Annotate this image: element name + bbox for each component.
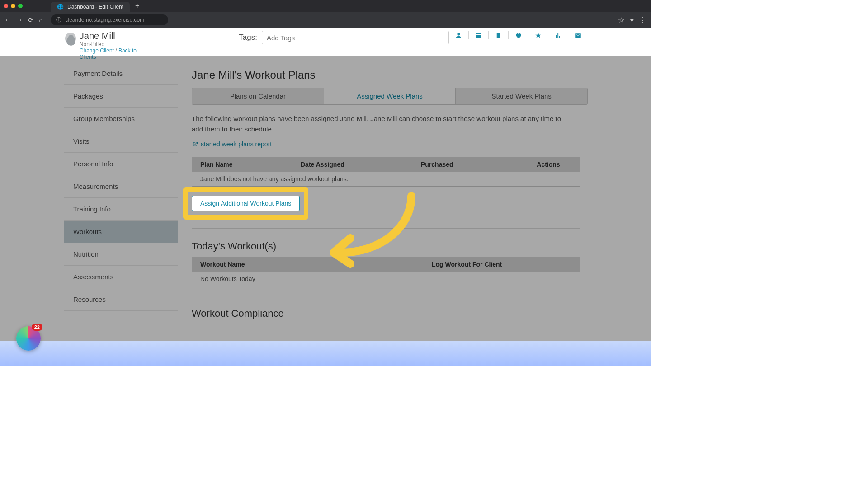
sidebar-item-assessments[interactable]: Assessments — [64, 266, 178, 288]
assign-additional-workout-plans-button[interactable]: Assign Additional Workout Plans — [192, 196, 300, 211]
new-tab-button[interactable]: + — [135, 2, 139, 10]
minimize-dot[interactable] — [11, 4, 15, 8]
file-icon[interactable] — [488, 31, 508, 39]
site-info-icon: ⓘ — [56, 16, 61, 24]
col-date-assigned: Date Assigned — [292, 157, 413, 172]
sidebar-item-visits[interactable]: Visits — [64, 130, 178, 153]
client-header: Jane Mill Non-Billed Change Client / Bac… — [0, 28, 651, 62]
close-dot[interactable] — [4, 4, 8, 8]
browser-toolbar: ← → ⟳ ⌂ ⓘ cleandemo.staging.exercise.com… — [0, 12, 651, 28]
avatar — [65, 33, 76, 44]
change-client-link[interactable]: Change Client — [80, 47, 114, 54]
assign-highlight: Assign Additional Workout Plans — [192, 196, 300, 211]
started-week-plans-report-link[interactable]: started week plans report — [192, 141, 272, 148]
forward-icon[interactable]: → — [16, 16, 23, 23]
page-content: Jane Mill Non-Billed Change Client / Bac… — [0, 28, 651, 366]
today-workouts-table: Workout Name Log Workout For Client No W… — [192, 257, 580, 286]
link-separator: / — [115, 47, 118, 54]
sidebar-item-payment-details[interactable]: Payment Details — [64, 62, 178, 85]
assigned-plans-table: Plan Name Date Assigned Purchased Action… — [192, 157, 580, 187]
sidebar-item-packages[interactable]: Packages — [64, 85, 178, 108]
col-actions: Actions — [517, 157, 580, 172]
kebab-icon[interactable]: ⋮ — [639, 16, 646, 24]
bottom-gradient — [0, 341, 651, 366]
browser-tab[interactable]: 🌐 Dashboard - Edit Client — [51, 2, 130, 12]
sidebar-item-training-info[interactable]: Training Info — [64, 198, 178, 221]
today-workouts-heading: Today's Workout(s) — [192, 240, 588, 252]
section-divider — [192, 228, 580, 229]
globe-icon: 🌐 — [57, 4, 64, 10]
tags-label: Tags: — [239, 33, 257, 42]
tab-assigned-week-plans[interactable]: Assigned Week Plans — [324, 88, 456, 104]
url-text: cleandemo.staging.exercise.com — [65, 17, 144, 23]
report-link-text: started week plans report — [201, 141, 272, 148]
notification-count: 22 — [32, 324, 42, 331]
heart-icon[interactable] — [508, 31, 528, 39]
chart-icon[interactable] — [548, 31, 568, 39]
sidebar: Payment Details Packages Group Membershi… — [64, 62, 178, 324]
plans-empty-text: Jane Mill does not have any assigned wor… — [192, 172, 580, 186]
browser-tab-bar: 🌐 Dashboard - Edit Client + — [0, 0, 651, 12]
compliance-heading: Workout Compliance — [192, 308, 588, 319]
sidebar-item-personal-info[interactable]: Personal Info — [64, 153, 178, 175]
header-icon-bar — [449, 31, 588, 39]
user-icon[interactable] — [449, 31, 468, 39]
sidebar-item-nutrition[interactable]: Nutrition — [64, 243, 178, 266]
tab-description: The following workout plans have been as… — [192, 114, 571, 134]
external-link-icon — [192, 141, 198, 148]
sidebar-item-resources[interactable]: Resources — [64, 288, 178, 311]
main-panel: Jane Mill's Workout Plans Plans on Calen… — [178, 62, 651, 324]
window-controls[interactable] — [4, 4, 23, 8]
sidebar-item-group-memberships[interactable]: Group Memberships — [64, 108, 178, 130]
tab-started-week-plans[interactable]: Started Week Plans — [456, 88, 587, 104]
client-name: Jane Mill — [80, 31, 149, 41]
extensions-icon[interactable]: ✦ — [629, 16, 635, 24]
sidebar-item-workouts[interactable]: Workouts — [64, 221, 178, 243]
page-title: Jane Mill's Workout Plans — [192, 69, 588, 81]
tab-title: Dashboard - Edit Client — [67, 4, 123, 10]
reload-icon[interactable]: ⟳ — [28, 16, 33, 23]
bookmark-icon[interactable]: ☆ — [618, 16, 624, 24]
col-purchased: Purchased — [413, 157, 517, 172]
col-workout-name: Workout Name — [192, 257, 424, 272]
section-divider-2 — [192, 296, 580, 296]
today-empty-text: No Workouts Today — [192, 272, 580, 286]
col-log-workout: Log Workout For Client — [424, 257, 580, 272]
calendar-icon[interactable] — [468, 31, 488, 39]
tab-plans-on-calendar[interactable]: Plans on Calendar — [192, 88, 324, 104]
col-plan-name: Plan Name — [192, 157, 292, 172]
help-widget[interactable]: 22 — [16, 326, 41, 351]
plan-tabs: Plans on Calendar Assigned Week Plans St… — [192, 88, 588, 105]
mail-icon[interactable] — [568, 31, 588, 39]
home-icon[interactable]: ⌂ — [39, 16, 42, 23]
sidebar-item-measurements[interactable]: Measurements — [64, 175, 178, 198]
zoom-dot[interactable] — [18, 4, 23, 8]
address-bar[interactable]: ⓘ cleandemo.staging.exercise.com — [51, 14, 168, 25]
client-billing: Non-Billed — [80, 41, 149, 47]
back-icon[interactable]: ← — [5, 16, 11, 23]
star-icon[interactable] — [528, 31, 548, 39]
tags-input[interactable] — [262, 31, 449, 44]
